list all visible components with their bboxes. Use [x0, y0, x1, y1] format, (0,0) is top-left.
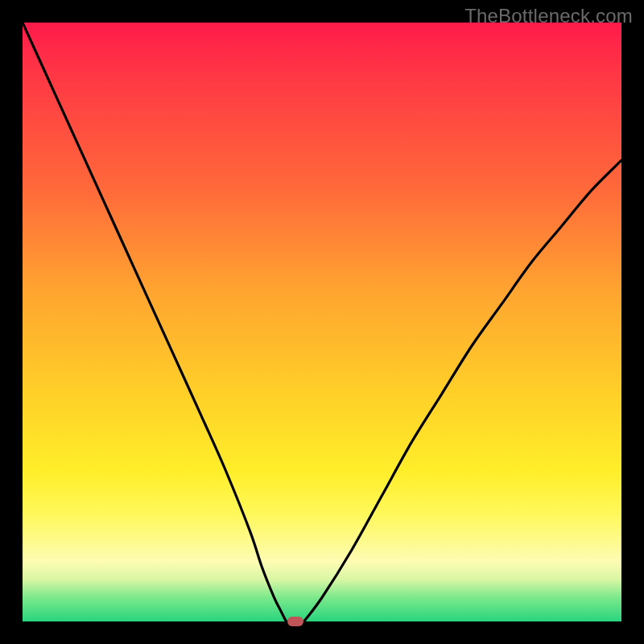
optimal-point-marker — [287, 617, 303, 626]
curve-path — [23, 23, 621, 621]
plot-area — [23, 23, 621, 621]
bottleneck-curve — [23, 23, 621, 621]
chart-frame: TheBottleneck.com — [0, 0, 644, 644]
